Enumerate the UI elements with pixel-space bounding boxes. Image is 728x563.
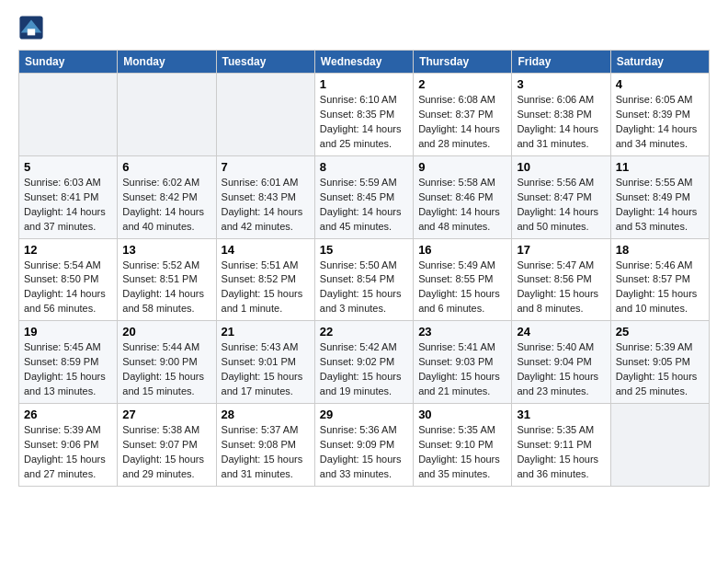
day-info: Sunrise: 5:37 AM Sunset: 9:08 PM Dayligh… [222, 423, 310, 482]
calendar-cell: 24Sunrise: 5:40 AM Sunset: 9:04 PM Dayli… [512, 321, 610, 404]
day-number: 10 [517, 160, 605, 174]
day-info: Sunrise: 6:08 AM Sunset: 8:37 PM Dayligh… [418, 93, 506, 152]
calendar-cell: 3Sunrise: 6:06 AM Sunset: 8:38 PM Daylig… [512, 74, 610, 156]
day-info: Sunrise: 5:49 AM Sunset: 8:55 PM Dayligh… [418, 259, 506, 317]
calendar-cell [216, 74, 314, 156]
calendar-table: SundayMondayTuesdayWednesdayThursdayFrid… [18, 50, 710, 487]
calendar-cell: 29Sunrise: 5:36 AM Sunset: 9:09 PM Dayli… [314, 404, 413, 487]
day-info: Sunrise: 5:39 AM Sunset: 9:06 PM Dayligh… [24, 423, 112, 482]
calendar-cell: 9Sunrise: 5:58 AM Sunset: 8:46 PM Daylig… [414, 155, 512, 238]
day-info: Sunrise: 5:36 AM Sunset: 9:09 PM Dayligh… [320, 423, 408, 482]
calendar-cell: 15Sunrise: 5:50 AM Sunset: 8:54 PM Dayli… [314, 238, 413, 321]
calendar-cell: 5Sunrise: 6:03 AM Sunset: 8:41 PM Daylig… [19, 155, 118, 238]
day-number: 20 [122, 325, 210, 339]
calendar-cell [610, 404, 709, 487]
calendar-cell: 28Sunrise: 5:37 AM Sunset: 9:08 PM Dayli… [216, 404, 314, 487]
day-info: Sunrise: 5:43 AM Sunset: 9:01 PM Dayligh… [222, 340, 310, 399]
day-number: 8 [320, 160, 408, 174]
day-number: 23 [418, 325, 506, 339]
day-number: 29 [320, 408, 408, 421]
weekday-header: Thursday [414, 51, 512, 74]
day-info: Sunrise: 5:38 AM Sunset: 9:07 PM Dayligh… [122, 423, 210, 482]
calendar-cell: 21Sunrise: 5:43 AM Sunset: 9:01 PM Dayli… [216, 321, 314, 404]
calendar-cell [118, 74, 216, 156]
day-number: 31 [517, 408, 605, 421]
day-info: Sunrise: 5:58 AM Sunset: 8:46 PM Dayligh… [418, 176, 506, 235]
svg-rect-2 [28, 29, 35, 35]
day-number: 6 [122, 160, 210, 174]
day-info: Sunrise: 6:05 AM Sunset: 8:39 PM Dayligh… [616, 93, 704, 152]
calendar-cell: 6Sunrise: 6:02 AM Sunset: 8:42 PM Daylig… [118, 155, 216, 238]
day-info: Sunrise: 5:56 AM Sunset: 8:47 PM Dayligh… [517, 176, 605, 235]
day-info: Sunrise: 6:03 AM Sunset: 8:41 PM Dayligh… [24, 176, 112, 235]
calendar-cell: 13Sunrise: 5:52 AM Sunset: 8:51 PM Dayli… [118, 238, 216, 321]
calendar-cell: 22Sunrise: 5:42 AM Sunset: 9:02 PM Dayli… [314, 321, 413, 404]
day-number: 16 [418, 243, 506, 257]
day-info: Sunrise: 6:06 AM Sunset: 8:38 PM Dayligh… [517, 93, 605, 152]
day-info: Sunrise: 5:35 AM Sunset: 9:11 PM Dayligh… [517, 423, 605, 482]
calendar-cell: 17Sunrise: 5:47 AM Sunset: 8:56 PM Dayli… [512, 238, 610, 321]
day-number: 14 [222, 243, 310, 257]
day-number: 13 [122, 243, 210, 257]
day-info: Sunrise: 5:50 AM Sunset: 8:54 PM Dayligh… [320, 259, 408, 317]
calendar-cell: 23Sunrise: 5:41 AM Sunset: 9:03 PM Dayli… [414, 321, 512, 404]
day-info: Sunrise: 5:46 AM Sunset: 8:57 PM Dayligh… [616, 259, 704, 317]
calendar-cell: 4Sunrise: 6:05 AM Sunset: 8:39 PM Daylig… [610, 74, 709, 156]
day-number: 28 [222, 408, 310, 421]
day-number: 11 [616, 160, 704, 174]
calendar-cell: 14Sunrise: 5:51 AM Sunset: 8:52 PM Dayli… [216, 238, 314, 321]
day-info: Sunrise: 5:45 AM Sunset: 8:59 PM Dayligh… [24, 340, 112, 399]
day-info: Sunrise: 5:35 AM Sunset: 9:10 PM Dayligh… [418, 423, 506, 482]
weekday-header: Friday [512, 51, 610, 74]
weekday-header: Wednesday [314, 51, 413, 74]
calendar-cell: 2Sunrise: 6:08 AM Sunset: 8:37 PM Daylig… [414, 74, 512, 156]
day-number: 27 [122, 408, 210, 421]
calendar-cell [19, 74, 118, 156]
day-info: Sunrise: 5:41 AM Sunset: 9:03 PM Dayligh… [418, 340, 506, 399]
calendar-body: 1Sunrise: 6:10 AM Sunset: 8:35 PM Daylig… [19, 74, 710, 487]
day-info: Sunrise: 5:47 AM Sunset: 8:56 PM Dayligh… [517, 259, 605, 317]
weekday-header: Monday [118, 51, 216, 74]
day-number: 18 [616, 243, 704, 257]
day-info: Sunrise: 6:02 AM Sunset: 8:42 PM Dayligh… [122, 176, 210, 235]
day-number: 25 [616, 325, 704, 339]
weekday-header: Saturday [610, 51, 709, 74]
day-info: Sunrise: 5:59 AM Sunset: 8:45 PM Dayligh… [320, 176, 408, 235]
day-info: Sunrise: 5:51 AM Sunset: 8:52 PM Dayligh… [222, 259, 310, 317]
logo-icon [18, 15, 44, 40]
day-number: 7 [222, 160, 310, 174]
calendar-cell: 16Sunrise: 5:49 AM Sunset: 8:55 PM Dayli… [414, 238, 512, 321]
day-number: 22 [320, 325, 408, 339]
calendar-cell: 26Sunrise: 5:39 AM Sunset: 9:06 PM Dayli… [19, 404, 118, 487]
logo [18, 15, 48, 40]
calendar-cell: 20Sunrise: 5:44 AM Sunset: 9:00 PM Dayli… [118, 321, 216, 404]
day-number: 26 [24, 408, 112, 421]
day-number: 9 [418, 160, 506, 174]
day-info: Sunrise: 5:55 AM Sunset: 8:49 PM Dayligh… [616, 176, 704, 235]
day-number: 19 [24, 325, 112, 339]
calendar-cell: 19Sunrise: 5:45 AM Sunset: 8:59 PM Dayli… [19, 321, 118, 404]
day-info: Sunrise: 5:40 AM Sunset: 9:04 PM Dayligh… [517, 340, 605, 399]
calendar-cell: 8Sunrise: 5:59 AM Sunset: 8:45 PM Daylig… [314, 155, 413, 238]
calendar-cell: 27Sunrise: 5:38 AM Sunset: 9:07 PM Dayli… [118, 404, 216, 487]
day-number: 17 [517, 243, 605, 257]
day-info: Sunrise: 5:42 AM Sunset: 9:02 PM Dayligh… [320, 340, 408, 399]
day-info: Sunrise: 6:10 AM Sunset: 8:35 PM Dayligh… [320, 93, 408, 152]
day-info: Sunrise: 5:52 AM Sunset: 8:51 PM Dayligh… [122, 259, 210, 317]
calendar-cell: 1Sunrise: 6:10 AM Sunset: 8:35 PM Daylig… [314, 74, 413, 156]
weekday-header: Tuesday [216, 51, 314, 74]
calendar-cell: 12Sunrise: 5:54 AM Sunset: 8:50 PM Dayli… [19, 238, 118, 321]
day-number: 4 [616, 77, 704, 91]
weekday-header: Sunday [19, 51, 118, 74]
calendar-cell: 25Sunrise: 5:39 AM Sunset: 9:05 PM Dayli… [610, 321, 709, 404]
calendar-cell: 31Sunrise: 5:35 AM Sunset: 9:11 PM Dayli… [512, 404, 610, 487]
day-number: 12 [24, 243, 112, 257]
page-header [18, 15, 710, 40]
day-number: 15 [320, 243, 408, 257]
day-info: Sunrise: 6:01 AM Sunset: 8:43 PM Dayligh… [222, 176, 310, 235]
calendar-header: SundayMondayTuesdayWednesdayThursdayFrid… [19, 51, 710, 74]
day-number: 24 [517, 325, 605, 339]
day-info: Sunrise: 5:44 AM Sunset: 9:00 PM Dayligh… [122, 340, 210, 399]
day-info: Sunrise: 5:54 AM Sunset: 8:50 PM Dayligh… [24, 259, 112, 317]
day-number: 3 [517, 77, 605, 91]
